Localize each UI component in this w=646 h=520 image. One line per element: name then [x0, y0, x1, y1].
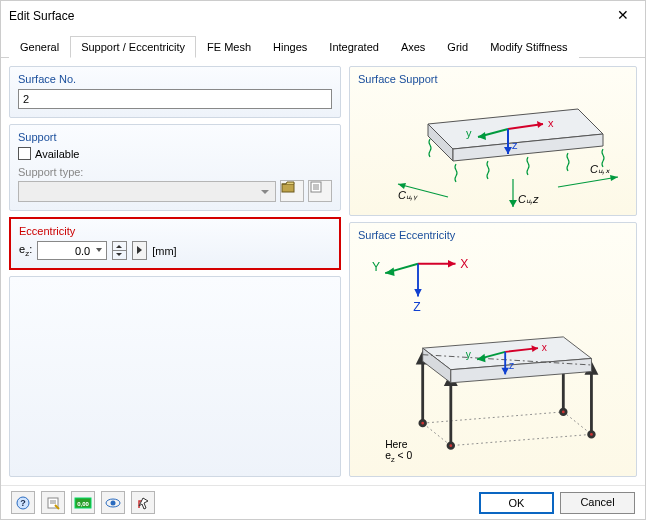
- titlebar: Edit Surface ✕: [1, 1, 645, 31]
- group-support: Support Available Support type:: [9, 124, 341, 211]
- tab-support-eccentricity[interactable]: Support / Eccentricity: [70, 36, 196, 58]
- eccentricity-spinner[interactable]: [112, 241, 127, 260]
- svg-text:Z: Z: [413, 300, 421, 314]
- support-type-row: [18, 180, 332, 202]
- support-type-new-button[interactable]: [308, 180, 332, 202]
- cancel-button[interactable]: Cancel: [560, 492, 635, 514]
- units-button[interactable]: 0,00: [71, 491, 95, 514]
- tab-modify-stiffness[interactable]: Modify Stiffness: [479, 36, 578, 58]
- svg-point-41: [561, 409, 567, 415]
- svg-point-44: [589, 432, 595, 438]
- eccentricity-input[interactable]: [37, 241, 107, 260]
- svg-point-38: [420, 420, 426, 426]
- svg-marker-30: [385, 268, 394, 276]
- dialog-content: Surface No. Support Available Support ty…: [1, 58, 645, 485]
- surface-support-diagram-title: Surface Support: [358, 73, 628, 85]
- eccentricity-unit: [mm]: [152, 245, 176, 257]
- help-button[interactable]: ?: [11, 491, 35, 514]
- support-type-combo[interactable]: [18, 181, 276, 202]
- svg-text:x: x: [548, 117, 554, 129]
- diagram-surface-support: Surface Support x y: [349, 66, 637, 216]
- view-button[interactable]: [101, 491, 125, 514]
- svg-text:y: y: [466, 349, 472, 360]
- svg-text:y: y: [466, 127, 472, 139]
- svg-text:?: ?: [20, 498, 26, 508]
- group-eccentricity: Eccentricity ez: [mm]: [11, 219, 339, 268]
- svg-text:ez < 0: ez < 0: [385, 450, 412, 464]
- left-column: Surface No. Support Available Support ty…: [9, 66, 341, 477]
- svg-text:Cᵤ,z: Cᵤ,z: [518, 193, 539, 205]
- tab-hinges[interactable]: Hinges: [262, 36, 318, 58]
- eccentricity-row: ez: [mm]: [19, 241, 331, 260]
- svg-marker-27: [448, 260, 456, 268]
- svg-text:Here: Here: [385, 439, 408, 450]
- support-available-label: Available: [35, 148, 79, 160]
- svg-marker-21: [610, 175, 618, 181]
- edit-surface-dialog: Edit Surface ✕ General Support / Eccentr…: [0, 0, 646, 520]
- surface-eccentricity-diagram-title: Surface Eccentricity: [358, 229, 628, 241]
- pick-button[interactable]: [131, 491, 155, 514]
- svg-text:z: z: [512, 139, 518, 151]
- support-title: Support: [18, 131, 332, 143]
- surface-support-svg: x y z: [356, 89, 630, 209]
- support-type-label: Support type:: [18, 166, 332, 178]
- eccentricity-label: ez:: [19, 243, 32, 258]
- svg-text:z: z: [509, 360, 514, 371]
- surface-eccentricity-svg: X Y Z: [356, 245, 630, 470]
- ok-button[interactable]: OK: [479, 492, 554, 514]
- svg-line-20: [558, 177, 618, 187]
- svg-text:Cᵤ,ₓ: Cᵤ,ₓ: [590, 163, 611, 175]
- tab-axes[interactable]: Axes: [390, 36, 436, 58]
- svg-rect-0: [282, 184, 294, 192]
- tab-strip: General Support / Eccentricity FE Mesh H…: [1, 31, 645, 58]
- close-button[interactable]: ✕: [600, 1, 645, 31]
- eccentricity-title: Eccentricity: [19, 225, 331, 237]
- tab-fe-mesh[interactable]: FE Mesh: [196, 36, 262, 58]
- svg-marker-33: [414, 289, 422, 297]
- diagram-surface-eccentricity: Surface Eccentricity X Y Z: [349, 222, 637, 477]
- svg-text:Cᵤ,ᵧ: Cᵤ,ᵧ: [398, 189, 418, 201]
- eccentricity-highlight: Eccentricity ez: [mm]: [9, 217, 341, 270]
- dialog-footer: ? 0,00 OK Cancel: [1, 485, 645, 519]
- svg-text:X: X: [460, 257, 468, 271]
- right-column: Surface Support x y: [349, 66, 637, 477]
- surface-no-input[interactable]: [18, 89, 332, 109]
- left-filler-panel: [9, 276, 341, 477]
- svg-marker-24: [509, 200, 517, 207]
- support-type-library-button[interactable]: [280, 180, 304, 202]
- surface-no-title: Surface No.: [18, 73, 332, 85]
- window-title: Edit Surface: [9, 9, 74, 23]
- edit-button[interactable]: [41, 491, 65, 514]
- eccentricity-input-wrap: [37, 241, 107, 260]
- svg-text:0,00: 0,00: [77, 501, 89, 507]
- svg-point-71: [111, 500, 116, 505]
- svg-point-47: [448, 443, 454, 449]
- tab-grid[interactable]: Grid: [436, 36, 479, 58]
- svg-text:Y: Y: [372, 260, 380, 274]
- eccentricity-step-button[interactable]: [132, 241, 147, 260]
- svg-marker-35: [423, 412, 592, 446]
- support-available-row: Available: [18, 147, 332, 160]
- group-surface-no: Surface No.: [9, 66, 341, 118]
- svg-text:x: x: [542, 342, 548, 353]
- support-available-checkbox[interactable]: [18, 147, 31, 160]
- tab-general[interactable]: General: [9, 36, 70, 58]
- tab-integrated[interactable]: Integrated: [318, 36, 390, 58]
